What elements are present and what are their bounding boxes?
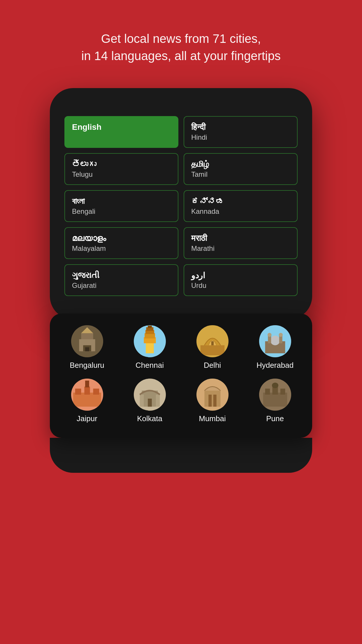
city-item-mumbai[interactable]: Mumbai: [184, 379, 241, 423]
city-name-kolkata: Kolkata: [137, 414, 162, 423]
city-name-pune: Pune: [266, 414, 284, 423]
svg-rect-35: [204, 391, 220, 407]
phone-container: Englishहिन्दीHindiతెలుగుTeluguதமிழ்Tamil…: [50, 88, 312, 319]
city-name-jaipur: Jaipur: [77, 414, 97, 423]
svg-point-18: [270, 335, 280, 345]
lang-native-telugu: తెలుగు: [72, 160, 171, 169]
city-avatar-bengaluru: [71, 325, 103, 357]
phone-bottom-bar: [50, 438, 312, 473]
city-item-hyderabad[interactable]: Hyderabad: [247, 325, 303, 370]
language-button-urdu[interactable]: اردوUrdu: [184, 264, 298, 296]
cities-grid: Bengaluru Chennai Delhi Hyderabad: [59, 325, 303, 423]
svg-rect-27: [93, 388, 99, 395]
svg-rect-31: [140, 395, 144, 407]
city-avatar-mumbai: [196, 379, 229, 411]
city-name-chennai: Chennai: [136, 361, 164, 370]
language-button-tamil[interactable]: தமிழ்Tamil: [184, 153, 298, 185]
lang-english-malayalam: Malayalam: [72, 244, 171, 253]
city-name-delhi: Delhi: [204, 361, 221, 370]
svg-rect-26: [84, 386, 90, 395]
city-name-mumbai: Mumbai: [199, 414, 226, 423]
language-button-english[interactable]: English: [64, 116, 178, 148]
svg-rect-42: [280, 388, 285, 395]
lang-native-tamil: தமிழ்: [191, 160, 290, 169]
language-button-telugu[interactable]: తెలుగుTelugu: [64, 153, 178, 185]
svg-point-43: [272, 382, 278, 388]
language-button-malayalam[interactable]: മലയാളംMalayalam: [64, 227, 178, 259]
svg-rect-32: [156, 395, 160, 407]
lang-native-kannada: ಕನ್ನಡ: [191, 197, 290, 206]
svg-rect-5: [85, 347, 89, 351]
svg-rect-25: [75, 388, 81, 395]
svg-rect-40: [265, 388, 270, 395]
city-name-hyderabad: Hyderabad: [256, 361, 294, 370]
lang-english-hindi: Hindi: [191, 133, 290, 141]
lang-native-english: English: [72, 123, 171, 132]
lang-native-marathi: मराठी: [191, 234, 290, 243]
lang-english-kannada: Kannada: [191, 207, 290, 216]
svg-rect-15: [211, 341, 213, 345]
language-button-kannada[interactable]: ಕನ್ನಡKannada: [184, 190, 298, 222]
svg-rect-28: [85, 380, 89, 387]
svg-rect-14: [200, 345, 224, 355]
language-button-gujarati[interactable]: ગુજરાતીGujarati: [64, 264, 178, 296]
city-item-bengaluru[interactable]: Bengaluru: [59, 325, 115, 370]
lang-english-tamil: Tamil: [191, 170, 290, 178]
city-avatar-delhi: [196, 325, 229, 357]
lang-english-gujarati: Gujarati: [72, 281, 171, 290]
svg-rect-33: [148, 398, 152, 407]
city-item-kolkata[interactable]: Kolkata: [121, 379, 178, 423]
header-section: Get local news from 71 cities,in 14 lang…: [64, 0, 298, 76]
cities-section: Bengaluru Chennai Delhi Hyderabad: [50, 314, 312, 438]
svg-point-22: [279, 333, 283, 337]
city-avatar-pune: [259, 379, 291, 411]
city-name-bengaluru: Bengaluru: [70, 361, 104, 370]
lang-native-urdu: اردو: [191, 271, 290, 280]
lang-english-bengali: Bengali: [72, 207, 171, 216]
svg-rect-12: [148, 326, 152, 328]
city-avatar-kolkata: [134, 379, 166, 411]
lang-english-marathi: Marathi: [191, 244, 290, 253]
lang-native-malayalam: മലയാളം: [72, 234, 171, 243]
city-avatar-jaipur: [71, 379, 103, 411]
city-avatar-chennai: [134, 325, 166, 357]
language-button-marathi[interactable]: मराठीMarathi: [184, 227, 298, 259]
lang-native-gujarati: ગુજરાતી: [72, 271, 171, 280]
city-item-chennai[interactable]: Chennai: [121, 325, 178, 370]
svg-point-21: [267, 333, 271, 337]
svg-rect-39: [263, 393, 287, 407]
city-item-delhi[interactable]: Delhi: [184, 325, 241, 370]
lang-native-bengali: বাংলা: [72, 197, 171, 206]
lang-english-urdu: Urdu: [191, 281, 290, 290]
city-item-jaipur[interactable]: Jaipur: [59, 379, 115, 423]
language-button-bengali[interactable]: বাংলাBengali: [64, 190, 178, 222]
lang-english-telugu: Telugu: [72, 170, 171, 178]
languages-grid: Englishहिन्दीHindiతెలుగుTeluguதமிழ்Tamil…: [64, 116, 298, 296]
svg-rect-36: [208, 395, 212, 407]
city-item-pune[interactable]: Pune: [247, 379, 303, 423]
svg-rect-24: [73, 393, 101, 407]
subtitle: Get local news from 71 cities,in 14 lang…: [81, 30, 281, 65]
svg-rect-37: [213, 395, 216, 407]
lang-native-hindi: हिन्दी: [191, 123, 290, 132]
city-avatar-hyderabad: [259, 325, 291, 357]
language-button-hindi[interactable]: हिन्दीHindi: [184, 116, 298, 148]
